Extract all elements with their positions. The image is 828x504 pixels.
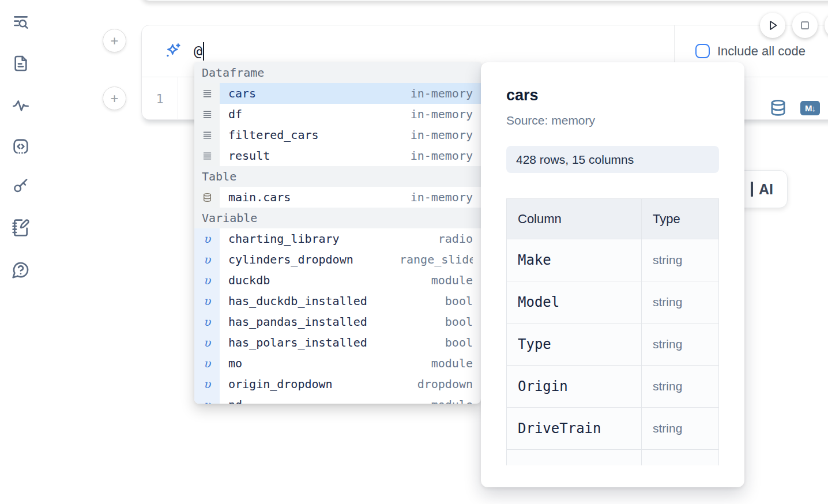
rows-icon bbox=[194, 104, 220, 125]
completion-name: origin_dropdown bbox=[228, 377, 333, 391]
completion-type: bool bbox=[445, 336, 473, 349]
rows-icon bbox=[194, 125, 220, 145]
code-snippets-icon[interactable] bbox=[12, 137, 30, 156]
play-icon bbox=[765, 18, 780, 33]
variable-icon: υ bbox=[194, 394, 220, 404]
completion-name: mo bbox=[228, 356, 242, 370]
completion-type: in-memory bbox=[411, 107, 473, 121]
preview-schema-table: Column Type MakestringModelstringTypestr… bbox=[506, 198, 719, 465]
completion-type: in-memory bbox=[411, 128, 473, 142]
autocomplete-item[interactable]: υmomodule bbox=[194, 353, 481, 374]
line-number: 1 bbox=[142, 77, 178, 120]
file-text-icon[interactable] bbox=[12, 54, 30, 73]
column-name-cell: Model bbox=[507, 281, 642, 324]
autocomplete-popup: Dataframecarsin-memorydfin-memoryfiltere… bbox=[194, 62, 481, 404]
autocomplete-section-header: Dataframe bbox=[194, 62, 481, 83]
add-cell-button[interactable]: + bbox=[103, 86, 126, 110]
autocomplete-item[interactable]: υduckdbmodule bbox=[194, 270, 481, 291]
completion-name: result bbox=[228, 149, 270, 163]
notebook-pen-icon[interactable] bbox=[12, 219, 30, 237]
type-header: Type bbox=[642, 199, 719, 239]
preview-source: Source: memory bbox=[506, 114, 719, 127]
variable-icon: υ bbox=[194, 228, 220, 249]
variable-icon: υ bbox=[194, 332, 220, 353]
stop-button[interactable] bbox=[792, 13, 818, 38]
clipped-letter bbox=[751, 182, 753, 197]
completion-name: cylinders_dropdown bbox=[228, 253, 353, 266]
completion-type: radio bbox=[438, 232, 473, 246]
completion-type: module bbox=[431, 273, 473, 287]
autocomplete-item[interactable]: υorigin_dropdowndropdown bbox=[194, 374, 481, 394]
table-row: Modelstring bbox=[507, 281, 719, 324]
variable-icon: υ bbox=[194, 249, 220, 270]
completion-name: duckdb bbox=[228, 273, 270, 287]
table-row-partial bbox=[507, 450, 719, 466]
completion-name: pd bbox=[228, 398, 242, 404]
variable-icon: υ bbox=[194, 374, 220, 394]
completion-name: has_pandas_installed bbox=[228, 315, 367, 329]
include-all-code-checkbox[interactable] bbox=[695, 44, 710, 58]
markdown-icon[interactable]: M↓ bbox=[800, 101, 820, 115]
variable-icon: υ bbox=[194, 270, 220, 291]
column-type-cell: string bbox=[642, 239, 719, 281]
stop-icon bbox=[797, 18, 812, 33]
preview-title: cars bbox=[506, 86, 719, 104]
run-cell-button[interactable] bbox=[760, 13, 785, 38]
column-type-cell: string bbox=[642, 366, 719, 408]
autocomplete-item[interactable]: υhas_pandas_installedbool bbox=[194, 311, 481, 332]
autocomplete-item[interactable]: resultin-memory bbox=[194, 145, 481, 166]
autocomplete-item[interactable]: υhas_polars_installedbool bbox=[194, 332, 481, 353]
help-circle-icon[interactable] bbox=[12, 261, 30, 279]
table-row: Makestring bbox=[507, 239, 719, 281]
table-row: Originstring bbox=[507, 366, 719, 408]
completion-name: cars bbox=[228, 86, 256, 100]
add-cell-button[interactable]: + bbox=[103, 29, 126, 52]
table-row: Typestring bbox=[507, 324, 719, 366]
autocomplete-item[interactable]: dfin-memory bbox=[194, 104, 481, 125]
completion-type: bool bbox=[445, 315, 473, 329]
autocomplete-item[interactable]: υcharting_libraryradio bbox=[194, 228, 481, 249]
column-name-cell: Make bbox=[507, 239, 642, 281]
ai-prompt-value: @ bbox=[194, 43, 202, 59]
completion-type: in-memory bbox=[411, 86, 473, 100]
include-all-code-label: Include all code bbox=[717, 44, 806, 59]
autocomplete-item[interactable]: main.carsin-memory bbox=[194, 187, 481, 208]
autocomplete-item[interactable]: υhas_duckdb_installedbool bbox=[194, 291, 481, 311]
completion-type: in-memory bbox=[411, 190, 473, 204]
key-icon[interactable] bbox=[12, 176, 30, 195]
completion-type: in-memory bbox=[411, 149, 473, 163]
autocomplete-section-header: Table bbox=[194, 166, 481, 187]
completion-type: module bbox=[431, 398, 473, 404]
completion-type: dropdown bbox=[417, 377, 473, 391]
completion-type: module bbox=[431, 356, 473, 370]
autocomplete-item[interactable]: υcylinders_dropdownrange_slider bbox=[194, 249, 481, 270]
column-name-cell: Origin bbox=[507, 366, 642, 408]
rows-icon bbox=[194, 145, 220, 166]
activity-icon[interactable] bbox=[12, 96, 30, 114]
database-icon bbox=[194, 187, 220, 208]
column-name-cell: Type bbox=[507, 324, 642, 366]
column-type-cell: string bbox=[642, 408, 719, 450]
database-button[interactable] bbox=[769, 99, 787, 117]
autocomplete-item[interactable]: carsin-memory bbox=[194, 83, 481, 104]
sparkles-icon bbox=[164, 42, 182, 61]
column-type-cell: string bbox=[642, 324, 719, 366]
list-search-icon[interactable] bbox=[12, 13, 30, 31]
completion-name: charting_library bbox=[228, 232, 340, 246]
variable-icon: υ bbox=[194, 291, 220, 311]
autocomplete-item[interactable]: υpdmodule bbox=[194, 394, 481, 404]
completion-name: has_duckdb_installed bbox=[228, 294, 367, 308]
dataframe-preview-card: cars Source: memory 428 rows, 15 columns… bbox=[481, 62, 744, 487]
completion-type: bool bbox=[445, 294, 473, 308]
completion-name: has_polars_installed bbox=[228, 336, 367, 349]
text-cursor bbox=[203, 42, 204, 61]
rows-icon bbox=[194, 83, 220, 104]
completion-name: main.cars bbox=[228, 190, 291, 204]
completion-name: df bbox=[228, 107, 242, 121]
variable-icon: υ bbox=[194, 353, 220, 374]
column-type-cell: string bbox=[642, 281, 719, 324]
table-row: DriveTrainstring bbox=[507, 408, 719, 450]
autocomplete-section-header: Variable bbox=[194, 208, 481, 228]
autocomplete-item[interactable]: filtered_carsin-memory bbox=[194, 125, 481, 145]
column-header: Column bbox=[507, 199, 642, 239]
